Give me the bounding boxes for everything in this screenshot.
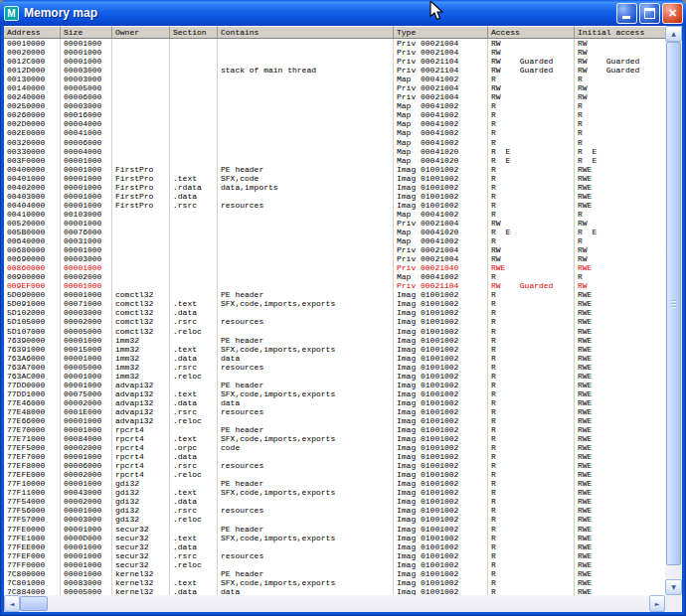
- vertical-scrollbar[interactable]: ▲ ▼: [665, 26, 682, 595]
- scroll-left-button[interactable]: ◄: [4, 595, 20, 612]
- table-row[interactable]: 0014000000005000Priv 00021004RWRW: [4, 83, 665, 92]
- cell-size: 00001000: [61, 192, 112, 201]
- table-row[interactable]: 005B000000076000Map 00041020R ER E: [4, 228, 665, 236]
- horizontal-scrollbar[interactable]: ◄ ►: [4, 595, 665, 612]
- table-row[interactable]: 77FEE00000001000secur32.dataImag 0100100…: [4, 542, 665, 551]
- column-header-size[interactable]: Size: [61, 26, 112, 38]
- table-row[interactable]: 77FEF00000001000secur32.rsrcresourcesIma…: [4, 551, 665, 560]
- horizontal-scroll-thumb[interactable]: [20, 596, 48, 611]
- table-row[interactable]: 7C80100000083000kernel32.textSFX,code,im…: [4, 578, 665, 587]
- cell-owner: [112, 210, 170, 219]
- table-row[interactable]: 77F5600000001000gdi32.rsrcresourcesImag …: [4, 506, 665, 515]
- table-row[interactable]: 0002000000001000Priv 00021004RWRW: [4, 48, 665, 57]
- table-row[interactable]: 77E4600000002000advapi32.datadataImag 01…: [4, 398, 665, 407]
- cell-type: Imag 01001002: [394, 317, 488, 326]
- titlebar[interactable]: M Memory map ✕: [0, 0, 686, 26]
- table-row[interactable]: 0040300000001000FirstPro.dataImag 010010…: [4, 192, 665, 201]
- table-row[interactable]: 77F1100000043000gdi32.textSFX,code,impor…: [4, 488, 665, 497]
- scroll-right-button[interactable]: ►: [649, 595, 665, 612]
- table-row[interactable]: 0090000000002000Map 00041002RR: [4, 272, 665, 281]
- table-row[interactable]: 5D09000000001000comctl32PE headerImag 01…: [4, 290, 665, 299]
- close-button[interactable]: ✕: [662, 3, 683, 24]
- table-row[interactable]: 0068000000001000Priv 00021004RWRW: [4, 245, 665, 254]
- table-row[interactable]: 7C80000000001000kernel32PE headerImag 01…: [4, 569, 665, 578]
- column-header-contains[interactable]: Contains: [218, 26, 394, 38]
- table-row[interactable]: 7639100000015000imm32.textSFX,code,impor…: [4, 345, 665, 354]
- table-row[interactable]: 77E480000001E000advapi32.rsrcresourcesIm…: [4, 407, 665, 416]
- cell-contains: stack of main thread: [218, 66, 394, 75]
- table-row[interactable]: 0064000000031000Map 00041002RR: [4, 236, 665, 245]
- table-row[interactable]: 77E6600000001000advapi32.relocImag 01001…: [4, 416, 665, 425]
- table-row[interactable]: 77FF000000001000secur32.relocImag 010010…: [4, 560, 665, 569]
- table-row[interactable]: 5D10500000002000comctl32.rsrcresourcesIm…: [4, 317, 665, 326]
- cell-initial: RWE: [575, 479, 665, 488]
- table-row[interactable]: 0086000000001000Priv 00021040RWERWE: [4, 263, 665, 272]
- table-row[interactable]: 5D10200000003000comctl32.dataImag 010010…: [4, 308, 665, 317]
- scroll-down-button[interactable]: ▼: [665, 579, 682, 595]
- vertical-scroll-track[interactable]: [665, 42, 682, 579]
- table-row[interactable]: 0033000000004000Map 00041020R ER E: [4, 147, 665, 156]
- cell-contains: [218, 83, 394, 92]
- cell-address: 00403000: [4, 192, 61, 201]
- table-row[interactable]: 0012D00000003000stack of main threadPriv…: [4, 66, 665, 75]
- table-row[interactable]: 002D000000004000Map 00041002RR: [4, 119, 665, 128]
- table-row[interactable]: 763A600000001000imm32.datadataImag 01001…: [4, 354, 665, 363]
- column-header-section[interactable]: Section: [170, 26, 218, 38]
- table-row[interactable]: 77EF700000001000rpcrt4.dataImag 01001002…: [4, 452, 665, 461]
- table-row[interactable]: 0040200000001000FirstPro.rdatadata,impor…: [4, 183, 665, 192]
- table-row[interactable]: 0026000000016000Map 00041002RR: [4, 110, 665, 119]
- table-row[interactable]: 0013000000003000Map 00041002RR: [4, 75, 665, 83]
- vertical-scroll-thumb[interactable]: [666, 42, 681, 565]
- horizontal-scroll-track[interactable]: [20, 595, 649, 612]
- table-row[interactable]: 763AC00000001000imm32.relocImag 01001002…: [4, 372, 665, 381]
- table-row[interactable]: 77DD000000001000advapi32PE headerImag 01…: [4, 381, 665, 389]
- table-row[interactable]: 0041000000103000Map 00041002RR: [4, 210, 665, 219]
- cell-owner: gdi32: [112, 479, 170, 488]
- table-row[interactable]: 77DD100000075000advapi32.textSFX,code,im…: [4, 389, 665, 398]
- table-row[interactable]: 003F000000001000Map 00041020R ER E: [4, 156, 665, 165]
- cell-contains: resources: [218, 317, 394, 326]
- column-header-type[interactable]: Type: [394, 26, 488, 38]
- table-row[interactable]: 0052000000001000Priv 00021004RWRW: [4, 219, 665, 228]
- table-row[interactable]: 0040100000001000FirstPro.textSFX,codeIma…: [4, 174, 665, 183]
- table-row[interactable]: 77EF500000002000rpcrt4.orpccodeImag 0100…: [4, 443, 665, 452]
- table-row[interactable]: 77E7100000084000rpcrt4.textSFX,code,impo…: [4, 434, 665, 443]
- minimize-button[interactable]: [616, 3, 637, 24]
- table-row[interactable]: 7639000000001000imm32PE headerImag 01001…: [4, 336, 665, 345]
- maximize-button[interactable]: [639, 3, 660, 24]
- cell-address: 00402000: [4, 183, 61, 192]
- table-row[interactable]: 0040000000001000FirstProPE headerImag 01…: [4, 165, 665, 174]
- table-row[interactable]: 5D09100000071000comctl32.textSFX,code,im…: [4, 299, 665, 308]
- cell-owner: [112, 236, 170, 245]
- table-row[interactable]: 5D10700000005000comctl32.relocImag 01001…: [4, 327, 665, 336]
- table-row[interactable]: 77FE000000001000secur32PE headerImag 010…: [4, 525, 665, 534]
- table-row[interactable]: 0040400000001000FirstPro.rsrcresourcesIm…: [4, 201, 665, 210]
- table-row[interactable]: 77F5400000002000gdi32.dataImag 01001002R…: [4, 497, 665, 506]
- scroll-up-button[interactable]: ▲: [665, 26, 682, 42]
- table-row[interactable]: 77EFE00000002000rpcrt4.relocImag 0100100…: [4, 470, 665, 479]
- cell-contains: [218, 57, 394, 66]
- table-row[interactable]: 77E7000000001000rpcrt4PE headerImag 0100…: [4, 425, 665, 434]
- table-row[interactable]: 7C88400000005000kernel32.datadataImag 01…: [4, 587, 665, 595]
- column-header-initial[interactable]: Initial access: [575, 26, 665, 38]
- table-row[interactable]: 763A700000005000imm32.rsrcresourcesImag …: [4, 363, 665, 372]
- table-row[interactable]: 0012C00000001000Priv 00021104RW GuardedR…: [4, 57, 665, 66]
- table-row[interactable]: 002E000000041000Map 00041002RR: [4, 128, 665, 137]
- table-row[interactable]: 77F1000000001000gdi32PE headerImag 01001…: [4, 479, 665, 488]
- table-row[interactable]: 77F5700000003000gdi32.relocImag 01001002…: [4, 515, 665, 524]
- table-row[interactable]: 0032000000006000Map 00041002RR: [4, 138, 665, 147]
- table-row[interactable]: 0069000000003000Priv 00021004RWRW: [4, 254, 665, 263]
- column-header-access[interactable]: Access: [488, 26, 575, 38]
- table-row[interactable]: 77EF800000006000rpcrt4.rsrcresourcesImag…: [4, 461, 665, 470]
- cell-initial: R: [575, 128, 665, 137]
- table-row[interactable]: 0001000000001000Priv 00021004RWRW: [4, 39, 665, 48]
- table-row[interactable]: 0025000000003000Map 00041002RR: [4, 101, 665, 110]
- table-row[interactable]: 009EF00000001000Priv 00021104RW GuardedR…: [4, 281, 665, 290]
- column-header-address[interactable]: Address: [4, 26, 61, 38]
- table-row[interactable]: 0024000000006000Priv 00021004RWRW: [4, 92, 665, 101]
- cell-owner: gdi32: [112, 506, 170, 515]
- table-row[interactable]: 77FE10000000D000secur32.textSFX,code,imp…: [4, 534, 665, 542]
- column-header-owner[interactable]: Owner: [112, 26, 170, 38]
- cell-address: 00260000: [4, 110, 61, 119]
- cell-address: 77E46000: [4, 398, 61, 407]
